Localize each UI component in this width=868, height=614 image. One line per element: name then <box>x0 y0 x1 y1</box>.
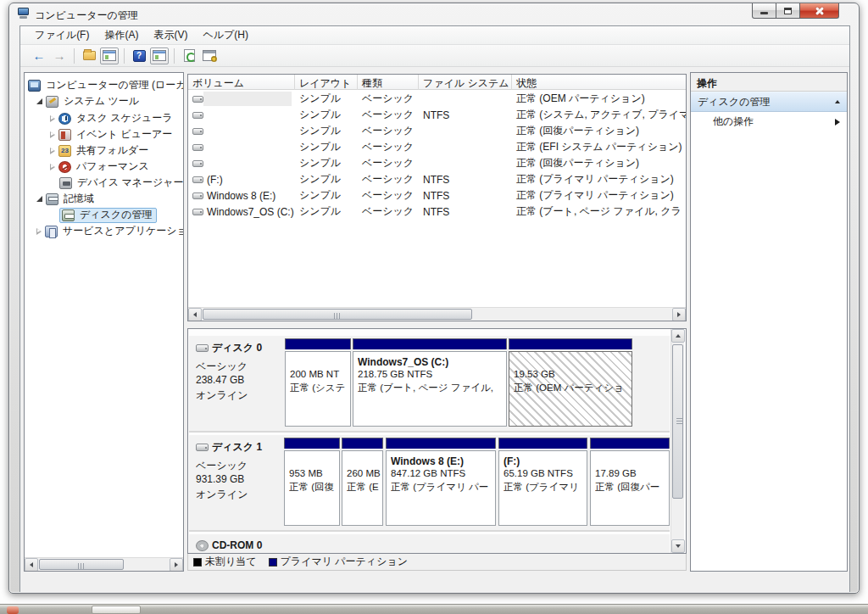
volume-row[interactable]: シンプル ベーシック 正常 (回復パーティション) <box>188 123 686 139</box>
expander-collapsed-icon[interactable] <box>36 228 42 235</box>
tree-item-label[interactable]: システム ツール <box>61 94 142 109</box>
tree-item-services-and-applications[interactable]: サービスとアプリケーショ <box>36 223 184 239</box>
show-action-pane-button[interactable] <box>150 47 169 64</box>
partition-disk1-f[interactable]: (F:) 65.19 GB NTFS 正常 (プライマリ <box>498 438 587 526</box>
expander-collapsed-icon[interactable] <box>50 148 55 154</box>
tree-item-label[interactable]: サービスとアプリケーショ <box>60 224 184 238</box>
back-button[interactable]: ← <box>30 47 48 64</box>
tree-item-storage[interactable]: 記憶域 <box>36 191 97 207</box>
graphical-view: ディスク 0 ベーシック 238.47 GB オンライン 200 MB NT 正… <box>187 328 687 554</box>
partition-disk0-system[interactable]: 200 MB NT 正常 (システ <box>285 338 351 427</box>
minimize-button[interactable] <box>752 3 776 19</box>
disk-1-label[interactable]: ディスク 1 ベーシック 931.39 GB オンライン <box>191 437 282 527</box>
column-header-layout[interactable]: レイアウト <box>295 75 358 90</box>
tree-item-system-tools[interactable]: システム ツール <box>36 93 142 109</box>
tree-horizontal-scrollbar[interactable] <box>25 557 183 571</box>
disk-0-label[interactable]: ディスク 0 ベーシック 238.47 GB オンライン <box>191 338 282 427</box>
volume-row[interactable]: Windows 8 (E:) シンプル ベーシック NTFS 正常 (プライマリ… <box>188 187 686 204</box>
partition-disk0-oem[interactable]: 19.53 GB 正常 (OEM パーティショ <box>509 338 632 427</box>
selected-tree-item[interactable]: ディスクの管理 <box>59 208 157 223</box>
partition-name <box>289 455 339 468</box>
volume-filesystem <box>419 91 512 107</box>
console-window-icon <box>153 50 166 61</box>
scroll-left-button[interactable] <box>188 308 202 321</box>
tree-item-performance[interactable]: パフォーマンス <box>50 159 152 175</box>
scroll-down-button[interactable] <box>671 539 685 553</box>
partition-disk1-efi[interactable]: 260 MB 正常 (E <box>342 438 383 526</box>
expander-expanded-icon[interactable] <box>36 98 42 104</box>
tree-item-label[interactable]: コンピューターの管理 (ローカ <box>43 78 184 92</box>
show-console-tree-button[interactable] <box>100 47 119 64</box>
tree-item-label[interactable]: パフォーマンス <box>74 159 152 174</box>
column-header-volume[interactable]: ボリューム <box>188 75 295 90</box>
volume-status: 正常 (OEM パーティション) <box>512 91 686 107</box>
volume-row[interactable]: Windows7_OS (C:) シンプル ベーシック NTFS 正常 (ブート… <box>188 204 686 220</box>
taskbar-start-fragment[interactable] <box>7 606 19 614</box>
volume-row[interactable]: (F:) シンプル ベーシック NTFS 正常 (プライマリ パーティション) <box>188 171 686 187</box>
partition-size: 218.75 GB NTFS <box>358 369 506 382</box>
volume-status: 正常 (回復パーティション) <box>512 123 686 139</box>
tree-item-label[interactable]: デバイス マネージャー <box>75 176 184 190</box>
tree-item-computer-management-root[interactable]: コンピューターの管理 (ローカ <box>28 77 184 93</box>
scroll-right-button[interactable] <box>170 558 183 572</box>
tree-item-label[interactable]: イベント ビューアー <box>74 127 175 142</box>
volume-row[interactable]: シンプル ベーシック 正常 (回復パーティション) <box>188 155 686 171</box>
taskbar-window-button[interactable] <box>92 606 141 614</box>
legend-bar: 未割り当て プライマリ パーティション <box>187 554 687 571</box>
tree-item-label[interactable]: ディスクの管理 <box>77 208 154 222</box>
tree-item-event-viewer[interactable]: イベント ビューアー <box>50 126 175 142</box>
help-icon: ? <box>133 50 146 62</box>
volume-row[interactable]: シンプル ベーシック NTFS 正常 (システム, アクティブ, プライマ <box>188 107 686 123</box>
menu-action[interactable]: 操作(A) <box>97 26 146 44</box>
forward-button[interactable]: → <box>50 47 69 64</box>
scroll-left-button[interactable] <box>25 558 38 572</box>
scrollbar-thumb[interactable] <box>203 309 472 320</box>
expander-collapsed-icon[interactable] <box>50 131 55 138</box>
volume-row[interactable]: シンプル ベーシック 正常 (EFI システム パーティション) <box>188 139 686 155</box>
disk-settings-button[interactable] <box>200 47 219 64</box>
scroll-up-button[interactable] <box>671 329 685 343</box>
maximize-button[interactable] <box>776 3 800 19</box>
volume-icon <box>192 128 203 135</box>
tree-item-label[interactable]: 共有フォルダー <box>74 143 151 158</box>
desktop: コンピューターの管理 ファイル(F) 操作(A) 表示(V) ヘルプ(H) ← … <box>0 0 868 614</box>
tree-item-shared-folders[interactable]: 共有フォルダー <box>50 142 151 159</box>
graph-vertical-scrollbar[interactable] <box>670 329 684 553</box>
column-header-status[interactable]: 状態 <box>512 75 686 90</box>
tree-item-task-scheduler[interactable]: タスク スケジューラ <box>50 110 175 126</box>
scrollbar-thumb[interactable] <box>672 344 683 499</box>
partition-disk0-windows7os[interactable]: Windows7_OS (C:) 218.75 GB NTFS 正常 (ブート,… <box>353 338 507 427</box>
scroll-right-button[interactable] <box>672 308 686 321</box>
column-header-type[interactable]: 種類 <box>358 75 419 90</box>
expander-expanded-icon[interactable] <box>36 196 42 202</box>
partition-disk1-recovery2[interactable]: 17.89 GB 正常 (回復パー <box>590 438 670 526</box>
tree-item-device-manager[interactable]: デバイス マネージャー <box>50 175 184 191</box>
volume-row[interactable]: シンプル ベーシック 正常 (OEM パーティション) <box>188 91 686 107</box>
partition-disk1-recovery1[interactable]: 953 MB 正常 (回復 <box>284 438 340 526</box>
tree-item-disk-management[interactable]: ディスクの管理 <box>59 207 157 223</box>
expander-collapsed-icon[interactable] <box>50 164 55 170</box>
titlebar[interactable]: コンピューターの管理 <box>9 3 859 25</box>
cdrom-0-label[interactable]: CD-ROM 0 <box>191 536 282 554</box>
disk-size: 931.39 GB <box>196 473 282 488</box>
tree-item-label[interactable]: 記憶域 <box>61 192 97 206</box>
volume-list-horizontal-scrollbar[interactable] <box>188 307 686 321</box>
export-list-button[interactable] <box>80 47 98 64</box>
taskbar[interactable] <box>0 604 868 614</box>
tree-item-label[interactable]: タスク スケジューラ <box>74 111 175 126</box>
scrollbar-thumb[interactable] <box>39 559 124 570</box>
help-button[interactable]: ? <box>130 47 148 64</box>
menu-view[interactable]: 表示(V) <box>146 26 195 44</box>
column-header-filesystem[interactable]: ファイル システム <box>419 75 512 90</box>
actions-item-more-actions[interactable]: 他の操作 <box>691 112 847 131</box>
partition-disk1-windows8[interactable]: Windows 8 (E:) 847.12 GB NTFS 正常 (プライマリ … <box>386 438 496 526</box>
close-button[interactable] <box>800 3 839 19</box>
partition-status: 正常 (システ <box>290 382 350 394</box>
menu-file[interactable]: ファイル(F) <box>27 26 97 44</box>
refresh-button[interactable] <box>180 47 198 64</box>
collapse-section-icon[interactable] <box>835 100 840 103</box>
actions-section-disk-management[interactable]: ディスクの管理 <box>691 92 847 112</box>
expander-collapsed-icon[interactable] <box>50 115 55 122</box>
menu-help[interactable]: ヘルプ(H) <box>195 26 256 44</box>
partition-size: 260 MB <box>347 468 382 481</box>
